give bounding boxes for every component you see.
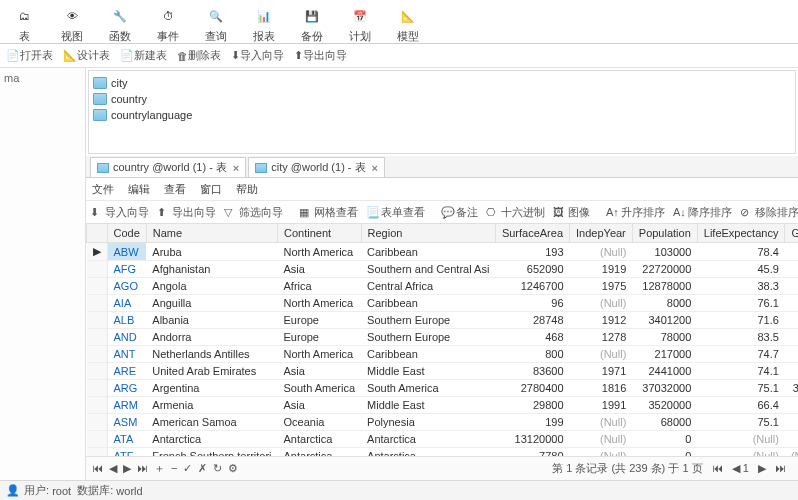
cell[interactable]: Aruba [146, 243, 277, 261]
cell[interactable]: Middle East [361, 363, 495, 380]
cell[interactable]: 652090 [495, 261, 569, 278]
col-LifeExpectancy[interactable]: LifeExpectancy [697, 224, 785, 243]
cell[interactable]: 1991 [570, 397, 633, 414]
toolbtn-8[interactable]: A↑升序排序 [606, 205, 665, 220]
col-Region[interactable]: Region [361, 224, 495, 243]
menu-文件[interactable]: 文件 [92, 182, 114, 197]
cell[interactable]: 68000 [632, 414, 697, 431]
ribbon-计划[interactable]: 📅计划 [340, 2, 380, 46]
cell[interactable]: Armenia [146, 397, 277, 414]
table-row[interactable]: ATAAntarcticaAntarcticaAntarctica1312000… [87, 431, 799, 448]
cell[interactable]: Netherlands Antilles [146, 346, 277, 363]
cell[interactable]: 3402 [785, 380, 798, 397]
cell[interactable]: 1816 [570, 380, 633, 397]
table-row[interactable]: AFGAfghanistanAsiaSouthern and Central A… [87, 261, 799, 278]
cell[interactable]: North America [278, 243, 362, 261]
cell[interactable]: Caribbean [361, 346, 495, 363]
nav-prev-page[interactable]: ◀ 1 [732, 462, 749, 474]
cell[interactable]: Caribbean [361, 243, 495, 261]
table-row[interactable]: AREUnited Arab EmiratesAsiaMiddle East83… [87, 363, 799, 380]
cell[interactable]: 22720000 [632, 261, 697, 278]
table-item-countrylanguage[interactable]: countrylanguage [93, 107, 791, 123]
cell[interactable]: 71.6 [697, 312, 785, 329]
tab[interactable]: city @world (1) - 表× [248, 157, 385, 177]
cell[interactable]: (Null) [570, 448, 633, 457]
cell[interactable]: AND [107, 329, 146, 346]
new-table-button[interactable]: 📄 新建表 [120, 48, 167, 63]
toolbtn-1[interactable]: ⬆导出向导 [157, 205, 216, 220]
cell[interactable]: ARM [107, 397, 146, 414]
close-icon[interactable]: × [233, 162, 239, 174]
nav-btn-8[interactable]: ↻ [213, 462, 222, 474]
cell[interactable]: 74.7 [697, 346, 785, 363]
nav-last-page[interactable]: ⏭ [775, 462, 786, 474]
cell[interactable]: 75.1 [697, 414, 785, 431]
cell[interactable]: American Samoa [146, 414, 277, 431]
cell[interactable]: 3401200 [632, 312, 697, 329]
cell[interactable]: 28748 [495, 312, 569, 329]
cell[interactable]: ATA [107, 431, 146, 448]
nav-btn-4[interactable]: ＋ [154, 462, 165, 474]
cell[interactable]: Antarctica [278, 448, 362, 457]
ribbon-模型[interactable]: 📐模型 [388, 2, 428, 46]
cell[interactable]: ARG [107, 380, 146, 397]
cell[interactable]: 75.1 [697, 380, 785, 397]
cell[interactable]: 1246700 [495, 278, 569, 295]
table-row[interactable]: AGOAngolaAfricaCentral Africa12467001975… [87, 278, 799, 295]
cell[interactable]: (Null) [785, 448, 798, 457]
cell[interactable]: 76.1 [697, 295, 785, 312]
ribbon-事件[interactable]: ⏱事件 [148, 2, 188, 46]
tab[interactable]: country @world (1) - 表× [90, 157, 246, 177]
cell[interactable]: Europe [278, 329, 362, 346]
table-item-city[interactable]: city [93, 75, 791, 91]
cell[interactable]: Asia [278, 397, 362, 414]
cell[interactable]: AIA [107, 295, 146, 312]
cell[interactable]: 1 [785, 414, 798, 431]
cell[interactable]: 18 [785, 397, 798, 414]
cell[interactable]: 37032000 [632, 380, 697, 397]
open-table-button[interactable]: 📄 打开表 [6, 48, 53, 63]
col-Population[interactable]: Population [632, 224, 697, 243]
cell[interactable]: (Null) [697, 448, 785, 457]
nav-btn-1[interactable]: ◀ [109, 462, 117, 474]
close-icon[interactable]: × [372, 162, 378, 174]
table-row[interactable]: ANTNetherlands AntillesNorth AmericaCari… [87, 346, 799, 363]
cell[interactable]: United Arab Emirates [146, 363, 277, 380]
cell[interactable]: AFG [107, 261, 146, 278]
cell[interactable]: (Null) [570, 414, 633, 431]
table-row[interactable]: ANDAndorraEuropeSouthern Europe468127878… [87, 329, 799, 346]
cell[interactable]: 45.9 [697, 261, 785, 278]
cell[interactable]: 96 [495, 295, 569, 312]
cell[interactable]: ANT [107, 346, 146, 363]
cell[interactable]: AGO [107, 278, 146, 295]
cell[interactable]: (Null) [697, 431, 785, 448]
cell[interactable]: 7780 [495, 448, 569, 457]
nav-first-page[interactable]: ⏮ [712, 462, 723, 474]
menu-查看[interactable]: 查看 [164, 182, 186, 197]
ribbon-视图[interactable]: 👁视图 [52, 2, 92, 46]
import-wizard-button[interactable]: ⬇ 导入向导 [231, 48, 284, 63]
menu-帮助[interactable]: 帮助 [236, 182, 258, 197]
cell[interactable]: Antarctica [361, 448, 495, 457]
cell[interactable]: 0 [632, 448, 697, 457]
cell[interactable]: Albania [146, 312, 277, 329]
toolbtn-6[interactable]: ⎔十六进制 [486, 205, 545, 220]
cell[interactable]: 12878000 [632, 278, 697, 295]
cell[interactable]: Antarctica [278, 431, 362, 448]
cell[interactable]: Polynesia [361, 414, 495, 431]
nav-btn-7[interactable]: ✗ [198, 462, 207, 474]
cell[interactable] [785, 243, 798, 261]
menu-编辑[interactable]: 编辑 [128, 182, 150, 197]
cell[interactable]: 59 [785, 261, 798, 278]
cell[interactable]: 103000 [632, 243, 697, 261]
ribbon-备份[interactable]: 💾备份 [292, 2, 332, 46]
toolbtn-0[interactable]: ⬇导入向导 [90, 205, 149, 220]
cell[interactable]: 6 [785, 295, 798, 312]
cell[interactable]: Antarctica [146, 431, 277, 448]
cell[interactable]: 78.4 [697, 243, 785, 261]
cell[interactable]: Southern Europe [361, 312, 495, 329]
cell[interactable]: Angola [146, 278, 277, 295]
cell[interactable]: Africa [278, 278, 362, 295]
menu-窗口[interactable]: 窗口 [200, 182, 222, 197]
cell[interactable]: Antarctica [361, 431, 495, 448]
